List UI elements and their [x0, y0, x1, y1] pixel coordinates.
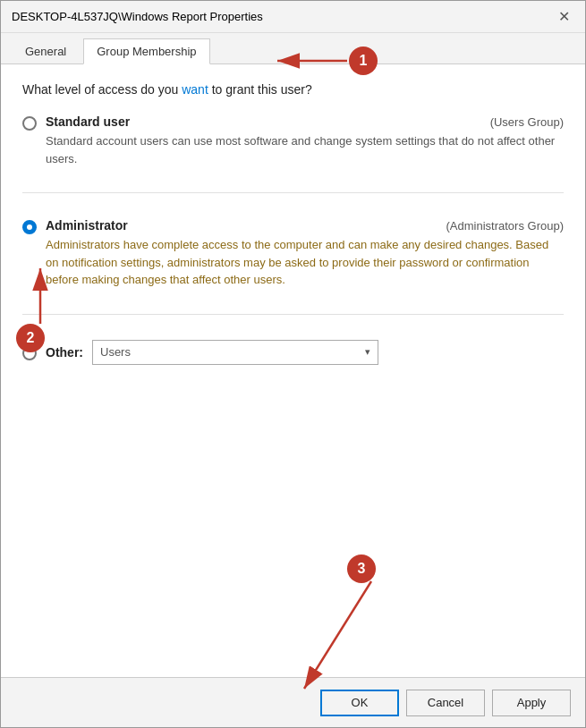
other-label: Other: — [46, 345, 83, 360]
window-title: DESKTOP-4L537JQ\Windows Report Propertie… — [12, 10, 263, 23]
standard-user-radio[interactable] — [22, 116, 37, 131]
tab-group-membership[interactable]: Group Membership — [83, 38, 209, 64]
tab-general[interactable]: General — [12, 38, 80, 63]
dropdown-value: Users — [100, 345, 131, 359]
administrator-row: Administrator (Administrators Group) Adm… — [22, 218, 564, 289]
administrator-option: Administrator (Administrators Group) Adm… — [22, 218, 564, 289]
other-dropdown[interactable]: Users ▾ — [92, 340, 378, 365]
dialog-window: DESKTOP-4L537JQ\Windows Report Propertie… — [0, 0, 586, 728]
dropdown-arrow-icon: ▾ — [365, 346, 370, 358]
administrator-content: Administrator (Administrators Group) Adm… — [46, 218, 564, 289]
tab-bar: General Group Membership — [1, 33, 585, 64]
close-button[interactable]: ✕ — [553, 6, 574, 28]
apply-button[interactable]: Apply — [492, 690, 571, 716]
standard-user-desc: Standard account users can use most soft… — [46, 132, 564, 167]
standard-user-content: Standard user (Users Group) Standard acc… — [46, 114, 564, 167]
content-area: What level of access do you want to gran… — [1, 64, 585, 677]
option-group: Standard user (Users Group) Standard acc… — [22, 114, 564, 365]
title-bar: DESKTOP-4L537JQ\Windows Report Propertie… — [1, 1, 585, 33]
standard-user-row: Standard user (Users Group) Standard acc… — [22, 114, 564, 167]
ok-button[interactable]: OK — [320, 690, 399, 716]
dialog-footer: OK Cancel Apply — [1, 677, 585, 727]
administrator-header: Administrator (Administrators Group) — [46, 218, 564, 233]
divider — [22, 192, 564, 193]
question-highlight: want — [182, 82, 208, 97]
administrator-desc: Administrators have complete access to t… — [46, 236, 564, 289]
administrator-title: Administrator — [46, 218, 128, 233]
standard-user-group-label: (Users Group) — [490, 115, 564, 129]
other-option-row: Other: Users ▾ — [22, 340, 564, 365]
administrator-radio[interactable] — [22, 220, 37, 234]
annotation-badge-3: 3 — [347, 554, 376, 583]
standard-user-header: Standard user (Users Group) — [46, 114, 564, 129]
annotation-badge-1: 1 — [349, 47, 378, 75]
access-question: What level of access do you want to gran… — [22, 82, 564, 97]
administrator-group-label: (Administrators Group) — [446, 219, 564, 233]
cancel-button[interactable]: Cancel — [406, 690, 485, 716]
divider-2 — [22, 314, 564, 315]
standard-user-option: Standard user (Users Group) Standard acc… — [22, 114, 564, 167]
standard-user-title: Standard user — [46, 114, 130, 129]
annotation-badge-2: 2 — [16, 324, 45, 352]
